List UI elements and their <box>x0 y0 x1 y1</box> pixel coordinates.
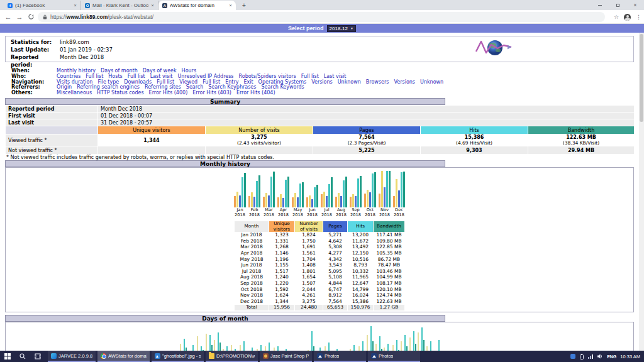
maximize-button[interactable] <box>609 0 626 10</box>
nav-link-entry[interactable]: Entry <box>225 79 238 85</box>
address-bar[interactable]: https://www.link89.com/plesk-stat/websta… <box>38 12 605 22</box>
nav-link-full-list[interactable]: Full list <box>203 79 220 85</box>
bookmark-star-icon[interactable]: ☆ <box>614 14 619 20</box>
nav-link-exit[interactable]: Exit <box>243 79 253 85</box>
nav-row: Others:MiscellaneousHTTP Status codesErr… <box>5 90 631 96</box>
taskbar-app-jarvee-2-0-9-8[interactable]: JARVEE 2.0.9.8 <box>48 351 96 362</box>
day-bar <box>392 345 394 351</box>
profile-avatar[interactable] <box>624 14 631 21</box>
cell: Dec 2018 <box>235 299 269 305</box>
minimize-button[interactable] <box>591 0 609 10</box>
nav-link-error-hits-403[interactable]: Error Hits (403) <box>192 90 231 96</box>
cell: 108.17 MB <box>374 281 404 287</box>
nav-link-full-list[interactable]: Full list <box>128 74 145 79</box>
nav-link-unknown[interactable]: Unknown <box>420 79 443 85</box>
nav-label: Others: <box>5 90 57 96</box>
task-view-button[interactable] <box>30 351 45 362</box>
nav-link-last-visit[interactable]: Last visit <box>324 74 347 79</box>
clock[interactable]: 10:33 AM <box>620 354 640 359</box>
nav-link-visits-duration[interactable]: Visits duration <box>57 79 92 85</box>
nav-link-referring-search-engines[interactable]: Referring search engines <box>77 84 140 90</box>
nav-link-operating-systems[interactable]: Operating Systems <box>258 79 307 85</box>
summary-info-value: 31 Dec 2018 - 20:57 <box>98 119 634 126</box>
nav-link-unresolved-ip-address[interactable]: Unresolved IP Address <box>177 74 233 79</box>
nav-link-monthly-history[interactable]: Monthly history <box>57 68 96 74</box>
nav-link-viewed[interactable]: Viewed <box>179 79 197 85</box>
nav-link-unknown[interactable]: Unknown <box>338 79 361 85</box>
tab-close-icon[interactable]: × <box>151 3 154 8</box>
network-signal-icon[interactable] <box>588 354 594 359</box>
taskbar-app-ghostlabel-jpg-sea[interactable]: "ghostlabel".jpg - sea... <box>152 351 204 362</box>
nav-link-search-keyphrases[interactable]: Search Keyphrases <box>208 84 256 90</box>
new-tab-button[interactable]: + <box>240 1 248 10</box>
language-indicator[interactable]: ENG <box>607 354 616 359</box>
nav-link-downloads[interactable]: Downloads <box>124 79 152 85</box>
forward-button[interactable]: → <box>14 11 25 23</box>
bar-number-of-visits <box>265 193 267 207</box>
nav-link-search[interactable]: Search <box>186 84 203 90</box>
nav-link-miscellaneous[interactable]: Miscellaneous <box>57 90 92 96</box>
nav-link-versions[interactable]: Versions <box>311 79 333 85</box>
nav-link-browsers[interactable]: Browsers <box>366 79 389 85</box>
nav-link-file-type[interactable]: File type <box>97 79 119 85</box>
taskbar-app-awstats-for-domain[interactable]: AWStats for domain -... <box>97 351 150 362</box>
nav-link-days-of-week[interactable]: Days of week <box>143 68 177 74</box>
taskbar-app-d-promotion-web[interactable]: D:\PROMOTION\web... <box>206 351 258 362</box>
nav-link-full-list[interactable]: Full list <box>301 74 319 79</box>
period-select[interactable]: 2018-12 ▼ <box>327 25 356 32</box>
tab-facebook[interactable]: f (1) Facebook × <box>4 1 81 10</box>
reload-button[interactable] <box>25 11 36 23</box>
browser-menu-icon[interactable]: ⋮ <box>636 14 641 20</box>
last-update-label: Last Update: <box>11 46 60 53</box>
nav-link-http-status-codes[interactable]: HTTP Status codes <box>97 90 144 96</box>
close-button[interactable]: × <box>626 0 644 10</box>
nav-link-referring-sites[interactable]: Referring sites <box>145 84 181 90</box>
tab-outlook[interactable]: O Mail - Klark Kent - Outlook × <box>81 1 158 10</box>
nav-link-days-of-month[interactable]: Days of month <box>101 68 138 74</box>
scrollbar-thumb[interactable] <box>640 34 643 122</box>
summary-header-row: Unique visitorsNumber of visitsPagesHits… <box>6 126 634 134</box>
tab-close-icon[interactable]: × <box>74 3 77 8</box>
nav-link-hours[interactable]: Hours <box>182 68 196 74</box>
search-icon <box>19 353 26 359</box>
tab-awstats[interactable]: A AWStats for domain × <box>158 1 236 10</box>
bar-hits <box>299 184 301 207</box>
awstats-logo <box>471 37 521 59</box>
back-button[interactable]: ← <box>3 11 14 23</box>
page-scrollbar[interactable] <box>639 33 644 351</box>
tray-app-icon[interactable] <box>570 354 575 359</box>
cell: 1,196 <box>269 257 294 263</box>
day-bar-group-18 <box>325 324 331 351</box>
battery-icon[interactable] <box>579 354 584 359</box>
nav-link-versions[interactable]: Versions <box>394 79 415 85</box>
nav-link-full-list[interactable]: Full list <box>157 79 174 85</box>
cell: 10,332 <box>348 269 373 275</box>
bar-number-of-visits <box>352 194 354 207</box>
cell: Apr 2018 <box>235 251 269 256</box>
nav-link-last-visit[interactable]: Last visit <box>150 74 173 79</box>
viewed-unique-visitors: 1,344 <box>98 134 205 146</box>
day-bar <box>372 341 374 351</box>
volume-icon[interactable] <box>597 354 603 359</box>
cell: 4,642 <box>323 239 347 244</box>
nav-link-error-hits-404[interactable]: Error Hits (404) <box>236 90 275 96</box>
bar-hits <box>328 184 330 207</box>
nav-link-robots-spiders-visitors[interactable]: Robots/Spiders visitors <box>239 74 296 79</box>
day-bar-group-17 <box>316 324 323 351</box>
nav-link-hosts[interactable]: Hosts <box>108 74 122 79</box>
taskbar-app-photos[interactable]: Photos <box>368 351 420 362</box>
day-bar <box>438 340 440 351</box>
nav-link-countries[interactable]: Countries <box>57 74 80 79</box>
taskbar-app-photos[interactable]: Photos <box>314 351 366 362</box>
taskbar-search-button[interactable] <box>15 351 30 362</box>
nav-link-origin[interactable]: Origin <box>57 84 72 90</box>
tab-close-icon[interactable]: × <box>229 3 232 8</box>
summary-info-row: Last visit31 Dec 2018 - 20:57 <box>6 119 634 126</box>
taskbar-app-jasc-paint-shop-pro[interactable]: Jasc Paint Shop Pro - ... <box>260 351 312 362</box>
nav-link-error-hits-400[interactable]: Error Hits (400) <box>149 90 188 96</box>
nav-link-search-keywords[interactable]: Search Keywords <box>261 84 304 90</box>
start-button[interactable] <box>0 351 15 362</box>
nav-link-full-list[interactable]: Full list <box>86 74 103 79</box>
bar-unique-visitors <box>364 194 366 207</box>
cell: 1,146 <box>269 251 294 256</box>
